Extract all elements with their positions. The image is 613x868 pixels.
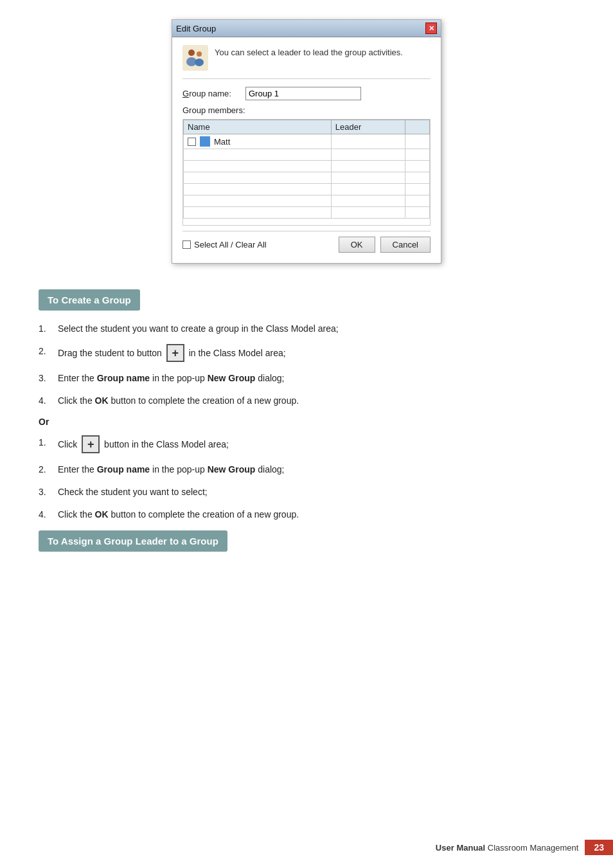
list-item: 2. Enter the Group name in the pop-up Ne… — [39, 463, 574, 476]
create-group-steps: 1. Select the student you want to create… — [39, 322, 574, 408]
plus-button-icon: + — [82, 435, 100, 453]
select-all-checkbox[interactable] — [182, 240, 191, 249]
list-item: 1. Select the student you want to create… — [39, 322, 574, 336]
edit-group-dialog: Edit Group ✕ — [172, 19, 441, 264]
group-members-label: Group members: — [182, 105, 431, 115]
list-item: 4. Click the OK button to complete the c… — [39, 394, 574, 408]
footer-bold-text: User Manual — [436, 843, 485, 853]
empty-row — [184, 172, 430, 184]
table-header-row: Name Leader — [184, 120, 430, 134]
plus-button-icon: + — [166, 344, 184, 362]
svg-point-1 — [188, 50, 195, 56]
section-heading-assign: To Assign a Group Leader to a Group — [39, 530, 227, 552]
step-num: 3. — [39, 485, 58, 499]
dialog-footer-buttons: OK Cancel — [339, 237, 431, 253]
list-item: 3. Enter the Group name in the pop-up Ne… — [39, 372, 574, 385]
group-name-row: Group name: — [182, 87, 431, 100]
footer-normal-text: Classroom Management — [488, 843, 579, 853]
step-text: Select the student you want to create a … — [58, 322, 574, 336]
empty-row — [184, 184, 430, 195]
dialog-icon — [182, 45, 208, 71]
svg-point-3 — [197, 51, 202, 57]
cancel-button[interactable]: Cancel — [380, 237, 431, 253]
empty-row — [184, 161, 430, 172]
dialog-body: You can select a leader to lead the grou… — [172, 37, 441, 263]
dialog-screenshot-area: Edit Group ✕ — [39, 19, 574, 264]
step-num: 2. — [39, 345, 58, 358]
empty-row — [184, 195, 430, 207]
step-text: Click + button in the Class Model area; — [58, 436, 574, 454]
empty-row — [184, 207, 430, 219]
group-name-label: Group name: — [182, 89, 240, 98]
page-footer: User Manual Classroom Management 23 — [0, 840, 613, 855]
dialog-footer: Select All / Clear All OK Cancel — [182, 231, 431, 255]
step-num: 1. — [39, 322, 58, 336]
col-name: Name — [184, 120, 332, 134]
member-name-text: Matt — [214, 137, 230, 147]
group-name-input[interactable] — [245, 87, 361, 100]
select-all-label: Select All / Clear All — [194, 240, 267, 249]
col-extra — [405, 120, 429, 134]
step-text: Enter the Group name in the pop-up New G… — [58, 372, 574, 385]
list-item: 1. Click + button in the Class Model are… — [39, 436, 574, 454]
step-num: 1. — [39, 436, 58, 449]
step-num: 4. — [39, 508, 58, 521]
select-all-row: Select All / Clear All — [182, 240, 267, 249]
members-table-wrapper: Name Leader M — [182, 119, 431, 226]
section-heading-create: To Create a Group — [39, 289, 140, 311]
step-num: 3. — [39, 372, 58, 385]
table-row: Matt — [184, 134, 430, 149]
member-extra-cell — [405, 134, 429, 149]
member-avatar — [200, 136, 210, 147]
member-checkbox[interactable] — [188, 138, 196, 146]
list-item: 3. Check the student you want to select; — [39, 485, 574, 499]
member-leader-cell — [331, 134, 405, 149]
col-leader: Leader — [331, 120, 405, 134]
list-item: 2. Drag the student to button + in the C… — [39, 345, 574, 363]
dialog-titlebar: Edit Group ✕ — [172, 20, 441, 37]
section-create-group: To Create a Group 1. Select the student … — [39, 289, 574, 521]
empty-row — [184, 149, 430, 161]
or-label: Or — [39, 417, 574, 427]
step-text: Drag the student to button + in the Clas… — [58, 345, 574, 363]
step-num: 2. — [39, 463, 58, 476]
step-num: 4. — [39, 394, 58, 408]
svg-point-4 — [195, 59, 204, 66]
step-text: Click the OK button to complete the crea… — [58, 394, 574, 408]
dialog-message: You can select a leader to lead the grou… — [215, 45, 403, 57]
list-item: 4. Click the OK button to complete the c… — [39, 508, 574, 521]
footer-text: User Manual Classroom Management — [436, 843, 579, 853]
dialog-close-button[interactable]: ✕ — [425, 23, 437, 34]
dialog-header-row: You can select a leader to lead the grou… — [182, 45, 431, 79]
svg-rect-0 — [182, 45, 208, 71]
step-text: Enter the Group name in the pop-up New G… — [58, 463, 574, 476]
step-text: Check the student you want to select; — [58, 485, 574, 499]
ok-button[interactable]: OK — [339, 237, 375, 253]
members-table: Name Leader M — [183, 120, 430, 219]
dialog-title: Edit Group — [176, 24, 216, 33]
section-assign-leader: To Assign a Group Leader to a Group — [39, 530, 574, 563]
step-text: Click the OK button to complete the crea… — [58, 508, 574, 521]
member-name-cell: Matt — [184, 134, 332, 149]
page-number: 23 — [585, 840, 613, 855]
create-group-steps-alt: 1. Click + button in the Class Model are… — [39, 436, 574, 521]
